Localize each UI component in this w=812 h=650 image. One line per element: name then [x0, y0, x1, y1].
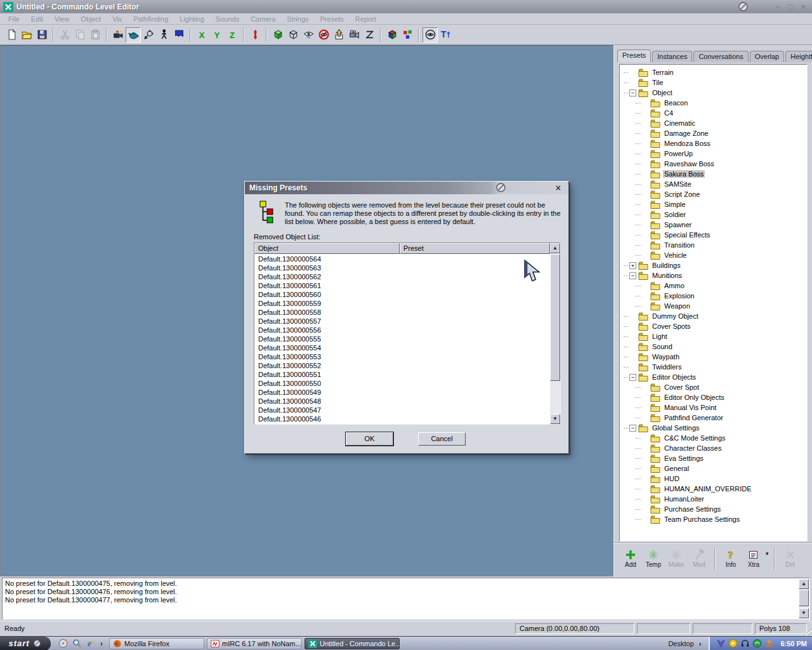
column-header-preset[interactable]: Preset — [400, 243, 550, 254]
tree-toggle-collapse-icon[interactable]: − — [629, 90, 636, 96]
tree-item-powerup[interactable]: PowerUp — [620, 149, 807, 159]
scroll-down-icon[interactable]: ▼ — [550, 414, 560, 424]
menu-camera[interactable]: Camera — [245, 14, 281, 24]
tree-item-explosion[interactable]: Explosion — [620, 291, 807, 301]
tree-item-light[interactable]: Light — [620, 331, 807, 342]
media-icon[interactable] — [752, 639, 762, 648]
dialog-close-icon[interactable]: × — [556, 182, 561, 194]
removed-object-row[interactable]: Default.1300000550 — [255, 379, 549, 388]
tree-toggle-collapse-icon[interactable]: − — [629, 272, 636, 279]
tree-item-object[interactable]: −Object — [620, 88, 807, 98]
color-cube-button[interactable] — [384, 27, 400, 43]
eye-button[interactable] — [301, 27, 316, 43]
tree-item-cinematic[interactable]: Cinematic — [620, 118, 807, 128]
tree-item-sound[interactable]: Sound — [620, 342, 807, 352]
info-button[interactable]: ?Info — [720, 549, 742, 568]
removed-object-row[interactable]: Default.1300000564 — [255, 255, 549, 263]
chevron-right-icon[interactable]: › — [100, 639, 103, 648]
menu-vis[interactable]: Vis — [107, 14, 128, 24]
tree-item-eva-settings[interactable]: Eva Settings — [620, 453, 807, 463]
scroll-up-icon[interactable]: ▲ — [550, 243, 560, 253]
taskbar-task-untitled-commando-le[interactable]: Untitled - Commando Le... — [304, 638, 400, 649]
open-folder-button[interactable] — [19, 27, 34, 43]
taskbar-task-mozilla-firefox[interactable]: Mozilla Firefox — [109, 638, 204, 649]
tree-item-c-c-mode-settings[interactable]: C&C Mode Settings — [620, 433, 807, 443]
scroll-up-icon[interactable]: ▲ — [799, 579, 809, 589]
removed-object-row[interactable]: Default.1300000560 — [255, 290, 549, 299]
desktop-toolbar[interactable]: Desktop › — [668, 640, 709, 647]
removed-object-row[interactable]: Default.1300000557 — [255, 317, 549, 326]
menu-view[interactable]: View — [49, 14, 75, 24]
dialog-titlebar[interactable]: Missing Presets × — [245, 182, 568, 194]
zone-button[interactable] — [362, 27, 377, 43]
tab-presets[interactable]: Presets — [617, 50, 651, 62]
tree-item-dummy-object[interactable]: Dummy Object — [620, 311, 807, 321]
copy-button[interactable] — [72, 27, 88, 43]
save-button[interactable] — [34, 27, 49, 43]
axis-x-button[interactable]: X — [194, 27, 209, 43]
removed-object-row[interactable]: Default.1300000548 — [255, 397, 549, 406]
tree-item-character-classes[interactable]: Character Classes — [620, 443, 807, 453]
tree-item-sakura-boss[interactable]: Sakura Boss — [620, 169, 807, 179]
headset-icon[interactable] — [740, 639, 750, 648]
tree-item-simple[interactable]: Simple — [620, 199, 807, 209]
tree-toggle-collapse-icon[interactable]: − — [629, 374, 636, 381]
cancel-button[interactable]: Cancel — [418, 432, 466, 446]
removed-object-row[interactable]: Default.1300000552 — [255, 361, 549, 370]
removed-object-row[interactable]: Default.1300000546 — [255, 415, 549, 423]
menu-pathfinding[interactable]: Pathfinding — [128, 14, 174, 24]
tree-item-terrain[interactable]: Terrain — [620, 67, 807, 77]
media-player-icon[interactable] — [58, 639, 68, 648]
eye-ring-button[interactable] — [422, 27, 438, 43]
tree-item-cover-spots[interactable]: Cover Spots — [620, 321, 807, 331]
menu-sounds[interactable]: Sounds — [210, 14, 245, 24]
search-icon[interactable] — [72, 639, 82, 648]
add-button[interactable]: Add — [620, 549, 641, 568]
vertical-drop-button[interactable] — [247, 27, 263, 43]
scroll-thumb[interactable] — [799, 590, 809, 606]
tree-item-ammo[interactable]: Ammo — [620, 281, 807, 291]
axis-z-button[interactable]: Z — [225, 27, 240, 43]
removed-object-row[interactable]: Default.1300000549 — [255, 388, 549, 397]
teapot-button[interactable] — [126, 27, 141, 43]
paste-button[interactable] — [88, 27, 103, 43]
tree-item-pathfind-generator[interactable]: Pathfind Generator — [620, 413, 807, 423]
tree-item-tile[interactable]: Tile — [620, 77, 807, 88]
tab-instances[interactable]: Instances — [652, 51, 692, 62]
maximize-button[interactable]: □ — [789, 1, 794, 12]
minimize-button[interactable]: − — [776, 1, 781, 12]
walk-figure-button[interactable] — [156, 27, 171, 43]
tree-item-mendoza-boss[interactable]: Mendoza Boss — [620, 138, 807, 149]
removed-object-list[interactable]: ObjectPreset Default.1300000564Default.1… — [254, 242, 561, 425]
tab-conversations[interactable]: Conversations — [693, 51, 748, 62]
tree-item-purchase-settings[interactable]: Purchase Settings — [620, 504, 807, 514]
update-icon[interactable] — [728, 639, 738, 648]
color-dots-button[interactable] — [400, 27, 415, 43]
removed-object-row[interactable]: Default.1300000551 — [255, 370, 549, 379]
removed-object-row[interactable]: Default.1300000547 — [255, 406, 549, 415]
tree-item-humanloiter[interactable]: HumanLoiter — [620, 494, 807, 504]
taskbar-task-mirc-6-17-with-nonam[interactable]: mIRC 6.17 with NoNam... — [207, 638, 302, 649]
menu-presets[interactable]: Presets — [315, 14, 350, 24]
window-titlebar[interactable]: Untitled - Commando Level Editor −□× — [0, 0, 812, 13]
eye-blocked-button[interactable] — [316, 27, 331, 43]
tree-item-manual-vis-point[interactable]: Manual Vis Point — [620, 402, 807, 413]
tab-overlap[interactable]: Overlap — [750, 51, 785, 62]
removed-object-row[interactable]: Default.1300000561 — [255, 281, 549, 290]
tree-toggle-expand-icon[interactable]: + — [629, 262, 636, 269]
removed-object-row[interactable]: Default.1300000562 — [255, 272, 549, 281]
tree-item-vehicle[interactable]: Vehicle — [620, 250, 807, 260]
axis-y-button[interactable]: Y — [209, 27, 225, 43]
camera-wizard-button[interactable] — [110, 27, 126, 43]
text-tool-button[interactable]: T — [438, 27, 453, 43]
ie-icon[interactable]: e — [86, 639, 96, 648]
list-scrollbar[interactable]: ▲ ▼ — [550, 243, 560, 424]
presets-tree[interactable]: TerrainTile−ObjectBeaconC4CinematicDamag… — [619, 64, 808, 541]
temp-button[interactable]: Temp — [643, 549, 664, 568]
removed-object-row[interactable]: Default.1300000553 — [255, 352, 549, 361]
menu-file[interactable]: File — [3, 14, 25, 24]
tree-item-samsite[interactable]: SAMSite — [620, 179, 807, 189]
tree-item-team-purchase-settings[interactable]: Team Purchase Settings — [620, 514, 807, 524]
tree-toggle-collapse-icon[interactable]: − — [629, 425, 636, 432]
tree-item-editor-only-objects[interactable]: Editor Only Objects — [620, 392, 807, 402]
